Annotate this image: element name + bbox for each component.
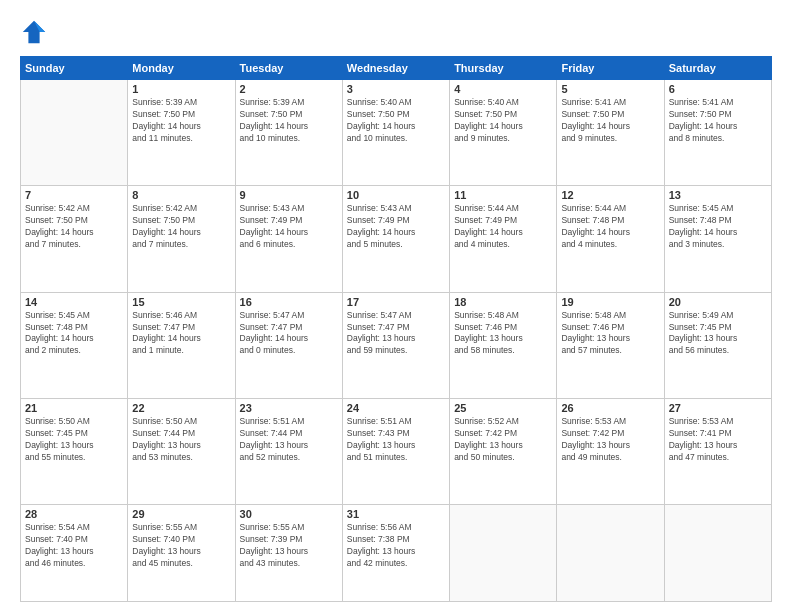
weekday-header-monday: Monday xyxy=(128,57,235,80)
day-number: 29 xyxy=(132,508,230,520)
day-number: 14 xyxy=(25,296,123,308)
calendar-cell: 21Sunrise: 5:50 AM Sunset: 7:45 PM Dayli… xyxy=(21,398,128,504)
calendar-cell: 9Sunrise: 5:43 AM Sunset: 7:49 PM Daylig… xyxy=(235,186,342,292)
day-number: 22 xyxy=(132,402,230,414)
day-number: 12 xyxy=(561,189,659,201)
day-number: 8 xyxy=(132,189,230,201)
day-info: Sunrise: 5:52 AM Sunset: 7:42 PM Dayligh… xyxy=(454,416,552,464)
day-info: Sunrise: 5:46 AM Sunset: 7:47 PM Dayligh… xyxy=(132,310,230,358)
day-number: 17 xyxy=(347,296,445,308)
day-info: Sunrise: 5:45 AM Sunset: 7:48 PM Dayligh… xyxy=(669,203,767,251)
day-number: 26 xyxy=(561,402,659,414)
calendar-cell: 15Sunrise: 5:46 AM Sunset: 7:47 PM Dayli… xyxy=(128,292,235,398)
calendar-cell: 28Sunrise: 5:54 AM Sunset: 7:40 PM Dayli… xyxy=(21,505,128,602)
calendar-cell: 4Sunrise: 5:40 AM Sunset: 7:50 PM Daylig… xyxy=(450,80,557,186)
calendar-cell: 31Sunrise: 5:56 AM Sunset: 7:38 PM Dayli… xyxy=(342,505,449,602)
calendar-cell: 20Sunrise: 5:49 AM Sunset: 7:45 PM Dayli… xyxy=(664,292,771,398)
calendar-cell: 23Sunrise: 5:51 AM Sunset: 7:44 PM Dayli… xyxy=(235,398,342,504)
calendar-cell: 16Sunrise: 5:47 AM Sunset: 7:47 PM Dayli… xyxy=(235,292,342,398)
calendar-cell: 14Sunrise: 5:45 AM Sunset: 7:48 PM Dayli… xyxy=(21,292,128,398)
day-info: Sunrise: 5:51 AM Sunset: 7:43 PM Dayligh… xyxy=(347,416,445,464)
day-number: 13 xyxy=(669,189,767,201)
calendar-cell: 22Sunrise: 5:50 AM Sunset: 7:44 PM Dayli… xyxy=(128,398,235,504)
calendar-page: SundayMondayTuesdayWednesdayThursdayFrid… xyxy=(0,0,792,612)
day-number: 19 xyxy=(561,296,659,308)
day-info: Sunrise: 5:45 AM Sunset: 7:48 PM Dayligh… xyxy=(25,310,123,358)
day-info: Sunrise: 5:41 AM Sunset: 7:50 PM Dayligh… xyxy=(561,97,659,145)
day-info: Sunrise: 5:55 AM Sunset: 7:40 PM Dayligh… xyxy=(132,522,230,570)
day-info: Sunrise: 5:48 AM Sunset: 7:46 PM Dayligh… xyxy=(454,310,552,358)
day-number: 16 xyxy=(240,296,338,308)
day-number: 4 xyxy=(454,83,552,95)
weekday-header-sunday: Sunday xyxy=(21,57,128,80)
calendar-cell: 13Sunrise: 5:45 AM Sunset: 7:48 PM Dayli… xyxy=(664,186,771,292)
day-info: Sunrise: 5:39 AM Sunset: 7:50 PM Dayligh… xyxy=(240,97,338,145)
day-number: 31 xyxy=(347,508,445,520)
day-number: 28 xyxy=(25,508,123,520)
day-number: 18 xyxy=(454,296,552,308)
calendar-cell: 29Sunrise: 5:55 AM Sunset: 7:40 PM Dayli… xyxy=(128,505,235,602)
day-number: 24 xyxy=(347,402,445,414)
calendar-cell: 8Sunrise: 5:42 AM Sunset: 7:50 PM Daylig… xyxy=(128,186,235,292)
day-number: 11 xyxy=(454,189,552,201)
day-number: 10 xyxy=(347,189,445,201)
calendar-cell: 17Sunrise: 5:47 AM Sunset: 7:47 PM Dayli… xyxy=(342,292,449,398)
calendar-table: SundayMondayTuesdayWednesdayThursdayFrid… xyxy=(20,56,772,602)
day-info: Sunrise: 5:42 AM Sunset: 7:50 PM Dayligh… xyxy=(132,203,230,251)
week-row-1: 1Sunrise: 5:39 AM Sunset: 7:50 PM Daylig… xyxy=(21,80,772,186)
day-info: Sunrise: 5:43 AM Sunset: 7:49 PM Dayligh… xyxy=(240,203,338,251)
day-number: 1 xyxy=(132,83,230,95)
day-info: Sunrise: 5:50 AM Sunset: 7:45 PM Dayligh… xyxy=(25,416,123,464)
calendar-cell xyxy=(450,505,557,602)
day-number: 6 xyxy=(669,83,767,95)
day-info: Sunrise: 5:50 AM Sunset: 7:44 PM Dayligh… xyxy=(132,416,230,464)
calendar-cell: 26Sunrise: 5:53 AM Sunset: 7:42 PM Dayli… xyxy=(557,398,664,504)
calendar-cell: 27Sunrise: 5:53 AM Sunset: 7:41 PM Dayli… xyxy=(664,398,771,504)
weekday-header-tuesday: Tuesday xyxy=(235,57,342,80)
calendar-cell xyxy=(21,80,128,186)
day-info: Sunrise: 5:44 AM Sunset: 7:48 PM Dayligh… xyxy=(561,203,659,251)
day-info: Sunrise: 5:43 AM Sunset: 7:49 PM Dayligh… xyxy=(347,203,445,251)
week-row-4: 21Sunrise: 5:50 AM Sunset: 7:45 PM Dayli… xyxy=(21,398,772,504)
calendar-cell: 19Sunrise: 5:48 AM Sunset: 7:46 PM Dayli… xyxy=(557,292,664,398)
day-number: 7 xyxy=(25,189,123,201)
calendar-cell: 7Sunrise: 5:42 AM Sunset: 7:50 PM Daylig… xyxy=(21,186,128,292)
day-info: Sunrise: 5:41 AM Sunset: 7:50 PM Dayligh… xyxy=(669,97,767,145)
day-info: Sunrise: 5:47 AM Sunset: 7:47 PM Dayligh… xyxy=(240,310,338,358)
calendar-cell xyxy=(557,505,664,602)
calendar-cell: 6Sunrise: 5:41 AM Sunset: 7:50 PM Daylig… xyxy=(664,80,771,186)
day-info: Sunrise: 5:40 AM Sunset: 7:50 PM Dayligh… xyxy=(454,97,552,145)
day-number: 2 xyxy=(240,83,338,95)
weekday-header-saturday: Saturday xyxy=(664,57,771,80)
day-number: 9 xyxy=(240,189,338,201)
weekday-header-thursday: Thursday xyxy=(450,57,557,80)
day-number: 27 xyxy=(669,402,767,414)
day-number: 23 xyxy=(240,402,338,414)
header xyxy=(20,18,772,46)
weekday-header-row: SundayMondayTuesdayWednesdayThursdayFrid… xyxy=(21,57,772,80)
day-number: 21 xyxy=(25,402,123,414)
day-number: 3 xyxy=(347,83,445,95)
day-info: Sunrise: 5:48 AM Sunset: 7:46 PM Dayligh… xyxy=(561,310,659,358)
calendar-cell: 1Sunrise: 5:39 AM Sunset: 7:50 PM Daylig… xyxy=(128,80,235,186)
day-info: Sunrise: 5:54 AM Sunset: 7:40 PM Dayligh… xyxy=(25,522,123,570)
day-info: Sunrise: 5:53 AM Sunset: 7:41 PM Dayligh… xyxy=(669,416,767,464)
day-info: Sunrise: 5:42 AM Sunset: 7:50 PM Dayligh… xyxy=(25,203,123,251)
week-row-3: 14Sunrise: 5:45 AM Sunset: 7:48 PM Dayli… xyxy=(21,292,772,398)
day-info: Sunrise: 5:51 AM Sunset: 7:44 PM Dayligh… xyxy=(240,416,338,464)
weekday-header-wednesday: Wednesday xyxy=(342,57,449,80)
day-number: 25 xyxy=(454,402,552,414)
calendar-cell: 24Sunrise: 5:51 AM Sunset: 7:43 PM Dayli… xyxy=(342,398,449,504)
day-number: 20 xyxy=(669,296,767,308)
day-number: 5 xyxy=(561,83,659,95)
day-info: Sunrise: 5:56 AM Sunset: 7:38 PM Dayligh… xyxy=(347,522,445,570)
calendar-cell: 3Sunrise: 5:40 AM Sunset: 7:50 PM Daylig… xyxy=(342,80,449,186)
day-info: Sunrise: 5:47 AM Sunset: 7:47 PM Dayligh… xyxy=(347,310,445,358)
logo xyxy=(20,18,50,46)
calendar-cell xyxy=(664,505,771,602)
day-info: Sunrise: 5:40 AM Sunset: 7:50 PM Dayligh… xyxy=(347,97,445,145)
day-info: Sunrise: 5:53 AM Sunset: 7:42 PM Dayligh… xyxy=(561,416,659,464)
day-info: Sunrise: 5:39 AM Sunset: 7:50 PM Dayligh… xyxy=(132,97,230,145)
day-number: 15 xyxy=(132,296,230,308)
calendar-cell: 10Sunrise: 5:43 AM Sunset: 7:49 PM Dayli… xyxy=(342,186,449,292)
